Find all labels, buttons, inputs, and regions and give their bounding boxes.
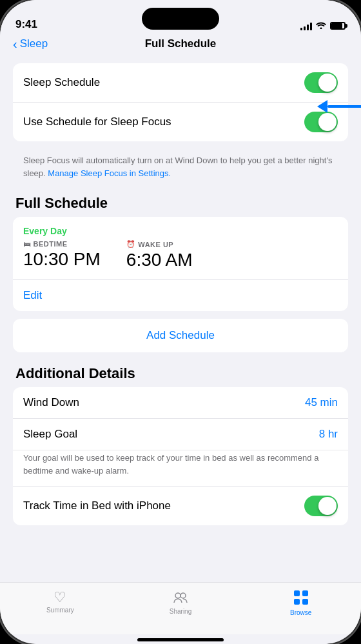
- bedtime-value: 10:30 PM: [23, 249, 101, 270]
- edit-row: Edit: [13, 280, 348, 311]
- add-schedule-card[interactable]: Add Schedule: [13, 319, 348, 352]
- schedule-card: Every Day 🛏 BEDTIME 10:30 PM ⏰: [13, 217, 348, 311]
- edit-button[interactable]: Edit: [23, 289, 42, 301]
- browse-icon: [294, 590, 308, 607]
- tab-sharing[interactable]: Sharing: [121, 588, 241, 619]
- sleep-goal-row[interactable]: Sleep Goal 8 hr: [13, 419, 348, 450]
- bedtime-label: 🛏 BEDTIME: [23, 240, 101, 248]
- status-icons: [300, 21, 346, 31]
- alarm-icon: ⏰: [126, 240, 136, 248]
- goal-info-text: Your goal will be used to keep track of …: [13, 450, 348, 486]
- home-indicator: [137, 638, 224, 641]
- toggles-card: Sleep Schedule Use Schedule for Sleep Fo…: [13, 63, 348, 141]
- schedule-times: Every Day 🛏 BEDTIME 10:30 PM ⏰: [13, 217, 348, 280]
- scroll-content: Sleep Schedule Use Schedule for Sleep Fo…: [0, 58, 361, 582]
- wifi-icon: [316, 21, 326, 31]
- back-label: Sleep: [20, 37, 48, 50]
- heart-icon: ♡: [54, 590, 66, 605]
- add-schedule-button[interactable]: Add Schedule: [146, 329, 215, 342]
- additional-details-header: Additional Details: [15, 365, 346, 382]
- arrow-line: [327, 105, 361, 108]
- svg-rect-2: [294, 590, 300, 596]
- times-row: 🛏 BEDTIME 10:30 PM ⏰ WAKE UP 6:30 AM: [23, 240, 338, 270]
- svg-point-0: [175, 593, 180, 598]
- tab-summary[interactable]: ♡ Summary: [0, 588, 121, 619]
- use-schedule-label: Use Schedule for Sleep Focus: [23, 116, 171, 128]
- tab-browse[interactable]: Browse: [240, 588, 361, 619]
- track-time-label: Track Time in Bed with iPhone: [23, 499, 171, 512]
- wind-down-label: Wind Down: [23, 396, 79, 409]
- wind-down-value: 45 min: [305, 396, 338, 409]
- sharing-icon: [173, 590, 188, 606]
- svg-point-1: [180, 593, 186, 598]
- sleep-focus-info: Sleep Focus will automatically turn on a…: [13, 149, 348, 187]
- wakeup-value: 6:30 AM: [126, 250, 193, 270]
- full-schedule-header: Full Schedule: [15, 195, 346, 212]
- nav-header: ‹ Sleep Full Schedule: [0, 35, 361, 58]
- track-time-row[interactable]: Track Time in Bed with iPhone: [13, 486, 348, 525]
- phone-frame: 9:41: [0, 0, 361, 644]
- track-time-toggle[interactable]: [304, 496, 338, 516]
- sleep-schedule-label: Sleep Schedule: [23, 76, 100, 89]
- arrow-head-icon: [317, 100, 327, 113]
- back-chevron-icon: ‹: [13, 37, 17, 50]
- svg-rect-3: [302, 590, 308, 596]
- wakeup-block: ⏰ WAKE UP 6:30 AM: [126, 240, 193, 270]
- use-schedule-toggle[interactable]: [304, 112, 338, 132]
- bed-icon: 🛏: [23, 240, 31, 248]
- sharing-tab-label: Sharing: [170, 608, 191, 615]
- arrow-annotation: [317, 100, 361, 113]
- phone-screen: 9:41: [0, 0, 361, 644]
- manage-sleep-link[interactable]: Manage Sleep Focus in Settings.: [48, 168, 171, 178]
- additional-details-card: Wind Down 45 min Sleep Goal 8 hr Your go…: [13, 387, 348, 525]
- use-schedule-row: Use Schedule for Sleep Focus: [13, 103, 348, 141]
- status-time: 9:41: [15, 18, 37, 31]
- svg-rect-4: [294, 599, 300, 605]
- every-day-label: Every Day: [23, 226, 338, 236]
- svg-rect-5: [302, 599, 308, 605]
- wind-down-row[interactable]: Wind Down 45 min: [13, 387, 348, 419]
- tab-bar: ♡ Summary Sharing: [0, 582, 361, 634]
- bedtime-block: 🛏 BEDTIME 10:30 PM: [23, 240, 101, 270]
- sleep-goal-label: Sleep Goal: [23, 428, 77, 441]
- back-button[interactable]: ‹ Sleep: [13, 37, 48, 50]
- wakeup-label: ⏰ WAKE UP: [126, 240, 193, 248]
- sleep-goal-value: 8 hr: [319, 428, 338, 441]
- battery-icon: [330, 22, 346, 30]
- page-title: Full Schedule: [145, 37, 217, 50]
- summary-tab-label: Summary: [46, 607, 74, 614]
- dynamic-island: [142, 8, 219, 30]
- sleep-schedule-row: Sleep Schedule: [13, 63, 348, 103]
- browse-tab-label: Browse: [290, 609, 311, 616]
- signal-icon: [300, 21, 312, 30]
- sleep-schedule-toggle[interactable]: [304, 72, 338, 93]
